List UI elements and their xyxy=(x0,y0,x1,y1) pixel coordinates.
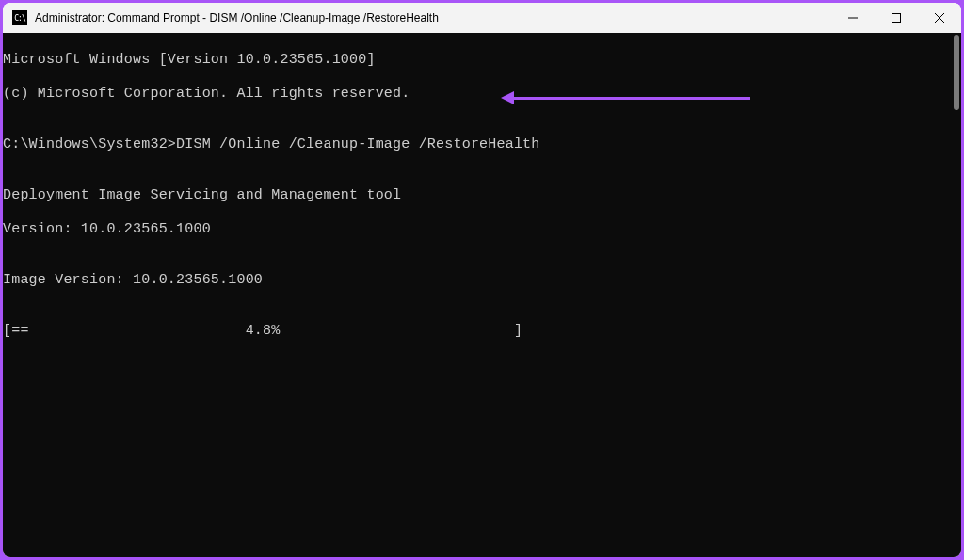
svg-rect-1 xyxy=(892,14,901,23)
close-icon xyxy=(935,13,944,23)
console-output: Microsoft Windows [Version 10.0.23565.10… xyxy=(3,33,961,374)
scrollbar-thumb[interactable] xyxy=(954,35,959,110)
window-title: Administrator: Command Prompt - DISM /On… xyxy=(35,11,831,24)
cmd-icon-text: C:\ xyxy=(14,14,24,23)
titlebar[interactable]: C:\ Administrator: Command Prompt - DISM… xyxy=(3,3,961,33)
command-prompt-window: C:\ Administrator: Command Prompt - DISM… xyxy=(3,3,961,557)
close-button[interactable] xyxy=(918,3,961,33)
cmd-icon: C:\ xyxy=(12,10,27,25)
console-progress-line: [== 4.8% ] xyxy=(3,323,961,340)
console-line: Image Version: 10.0.23565.1000 xyxy=(3,272,961,289)
minimize-button[interactable] xyxy=(831,3,875,33)
console-line: Deployment Image Servicing and Managemen… xyxy=(3,187,961,204)
console-line: (c) Microsoft Corporation. All rights re… xyxy=(3,86,961,103)
minimize-icon xyxy=(848,13,858,23)
console-area[interactable]: Microsoft Windows [Version 10.0.23565.10… xyxy=(3,33,961,557)
maximize-icon xyxy=(892,13,901,23)
console-line: Microsoft Windows [Version 10.0.23565.10… xyxy=(3,52,961,69)
window-controls xyxy=(831,3,961,33)
console-line: Version: 10.0.23565.1000 xyxy=(3,221,961,238)
maximize-button[interactable] xyxy=(875,3,918,33)
console-prompt-line: C:\Windows\System32>DISM /Online /Cleanu… xyxy=(3,136,961,153)
